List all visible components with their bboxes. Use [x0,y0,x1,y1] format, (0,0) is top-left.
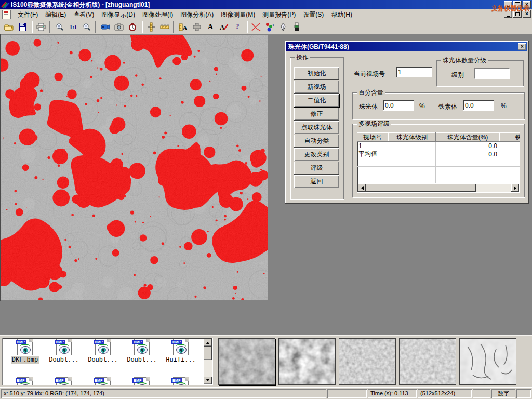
scroll-up-button[interactable] [204,339,212,347]
eye-icon [176,346,187,354]
scrollbar-thumb[interactable] [366,184,476,192]
menu-image-processing[interactable]: 图像处理(I) [139,9,177,20]
status-panel-empty [516,389,531,398]
save-icon[interactable] [16,21,29,33]
level-input[interactable] [474,68,510,79]
binarize-button[interactable]: 二值化 [294,94,339,107]
menu-edit[interactable]: 编辑(E) [42,9,70,20]
window-title: IS100显微摄像系统(金相分析版) - [zhuguangti01] [11,1,150,9]
cell-ferrite [499,142,520,150]
file-item[interactable]: BMP Doubl... [45,339,83,364]
bmp-file-icon: BMP [56,339,72,355]
dialog-close-icon: × [521,44,524,49]
bmp-file-icon: BMP [17,339,33,355]
change-class-button[interactable]: 更改类别 [294,148,339,161]
caliper-icon[interactable] [144,21,158,33]
toolbar-separator [31,21,33,33]
actual-size-icon[interactable]: 1:1 [66,21,80,33]
file-item[interactable]: BMP [6,377,44,385]
document-icon[interactable] [2,10,11,19]
dialog-titlebar[interactable]: 珠光体(GB/T9441-88) × [286,42,527,51]
rate-button[interactable]: 评级 [294,162,339,175]
rating-table: 视场号 珠光体级别 珠光体含量(%) 铁素体含量(%) 1 0.0 平均值 [357,132,520,193]
table-row[interactable]: 平均值 0.0 [357,150,520,158]
eye-icon [20,346,31,354]
menu-settings[interactable]: 设置(S) [299,9,327,20]
open-icon[interactable] [2,21,16,33]
timer-icon[interactable] [126,21,139,33]
init-button[interactable]: 初始化 [294,67,339,80]
cursor-status: x: 510 y: 79 idx: 0 RGB: (174, 174, 174) [1,389,326,398]
file-item[interactable]: BMP [45,377,83,385]
application-window: IS100显微摄像系统(金相分析版) - [zhuguangti01] × 义务… [0,0,532,399]
menubar: 文件(F) 编辑(E) 查看(V) 图像显示(D) 图像处理(I) 图像分析(A… [0,9,532,20]
correct-button[interactable]: 修正 [294,108,339,121]
auto-classify-button[interactable]: 自动分类 [294,135,339,148]
file-list: BMP DKF.bmp BMP Doubl... BMP Doubl... BM… [2,338,213,385]
file-list-scrollbar[interactable] [204,339,212,384]
pen-icon[interactable] [276,21,290,33]
dialog-close-button[interactable]: × [518,43,526,50]
camera-icon[interactable] [112,21,126,33]
menu-image-display[interactable]: 图像显示(D) [98,9,139,20]
thumbnail-1[interactable] [218,338,275,385]
pearlite-unit: % [419,102,425,110]
table-horizontal-scrollbar[interactable] [358,184,519,192]
pearlite-percent-input[interactable] [383,100,414,111]
curves-icon[interactable] [249,21,263,33]
annotate-icon[interactable]: A [217,21,231,33]
return-button[interactable]: 返回 [294,175,339,188]
brush-icon[interactable] [290,21,303,33]
file-item[interactable]: BMP HuiTi... [162,339,200,364]
menu-image-measure[interactable]: 图像测量(M) [217,9,259,20]
pick-pearlite-button[interactable]: 点取珠光体 [294,121,339,134]
file-item[interactable]: BMP [123,377,161,385]
file-item[interactable]: BMP Doubl... [84,339,122,364]
file-item[interactable]: BMP DKF.bmp [6,339,44,364]
menu-file[interactable]: 文件(F) [14,9,42,20]
merge-icon[interactable] [190,21,204,33]
percent-group-label: 百分含量 [357,89,385,96]
file-item[interactable]: BMP [162,377,200,385]
ruler-icon[interactable] [158,21,171,33]
scrollbar-thumb[interactable] [204,347,212,360]
titlebar[interactable]: IS100显微摄像系统(金相分析版) - [zhuguangti01] × [0,0,532,9]
grading-group-label: 珠光体数量分级 [441,57,488,64]
zoom-out-icon[interactable] [80,21,94,33]
menu-help[interactable]: 帮助(H) [327,9,356,20]
print-icon[interactable] [34,21,48,33]
menu-measure-report[interactable]: 测量报告(P) [259,9,299,20]
cell-field: 平均值 [357,150,388,158]
workspace: 珠光体(GB/T9441-88) × 操作 初始化 新视场 二值化 修正 点取珠… [0,34,532,335]
file-item[interactable]: BMP Doubl... [123,339,161,364]
thumbnail-4[interactable] [399,338,456,385]
text-icon[interactable]: A [204,21,217,33]
help-icon[interactable]: ? [231,21,244,33]
multifield-group: 多视场评级 视场号 珠光体级别 珠光体含量(%) 铁素体含量(%) 1 0.0 [352,124,525,197]
scroll-left-button[interactable] [358,184,366,192]
scroll-right-button[interactable] [511,184,519,192]
menu-view[interactable]: 查看(V) [70,9,98,20]
ferrite-percent-input[interactable] [463,100,494,111]
svg-text:A: A [220,23,225,31]
table-row[interactable]: 1 0.0 [357,142,520,150]
measure-text-icon[interactable]: A [177,21,190,33]
new-field-button[interactable]: 新视场 [294,81,339,94]
cell-pearlite: 0.0 [436,150,499,158]
count-markers-icon[interactable]: 3 [263,21,276,33]
thumbnail-5[interactable] [459,338,516,385]
file-item[interactable]: BMP [84,377,122,385]
zoom-in-icon[interactable] [53,21,66,33]
vendor-watermark: 义务仪器仪表 [491,4,529,13]
micrograph-image[interactable] [1,35,268,300]
menu-image-analysis[interactable]: 图像分析(A) [177,9,217,20]
video-camera-icon[interactable] [99,21,112,33]
status-mode: 数字 [491,389,515,398]
col-ferrite-content: 铁素体含量(%) [499,132,520,142]
thumbnail-2[interactable] [278,338,336,385]
scroll-down-icon [206,379,210,383]
current-view-input[interactable] [396,66,432,77]
file-name: Doubl... [87,356,119,364]
scroll-down-button[interactable] [204,377,212,384]
thumbnail-3[interactable] [339,338,396,385]
